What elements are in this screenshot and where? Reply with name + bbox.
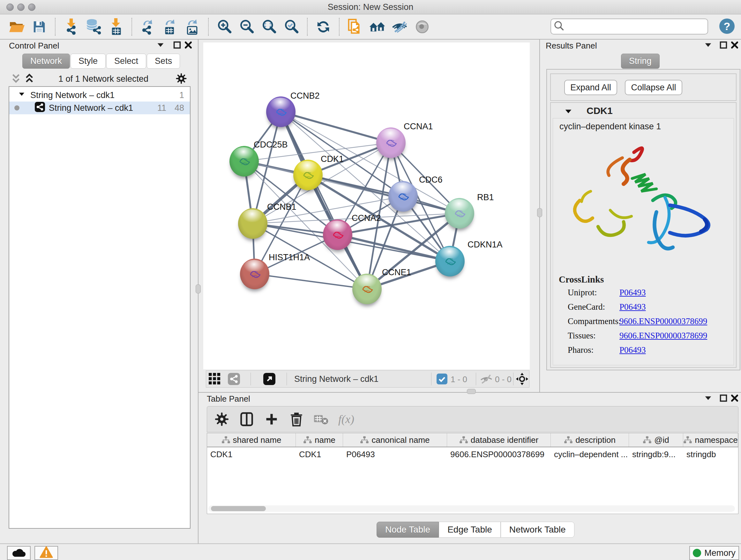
node-CCNA2[interactable] [323, 219, 352, 250]
cell[interactable]: cyclin–dependent ... [551, 449, 629, 459]
edge-CCNB2-CCNA1[interactable] [281, 112, 391, 143]
hide-selected-icon[interactable] [391, 17, 409, 37]
import-network-from-database-icon[interactable] [84, 17, 103, 37]
edge-HIST1H1A-CCNE1[interactable] [255, 274, 367, 289]
warnings-button[interactable] [35, 546, 58, 560]
tab-select[interactable]: Select [106, 54, 146, 69]
clone-network-icon[interactable] [346, 17, 364, 37]
crosslink-link[interactable]: 9606.ENSP00000378699 [619, 316, 707, 326]
network-row-selected[interactable]: String Network – cdk1 11 48 [9, 102, 190, 114]
node-CDKN1A[interactable] [435, 246, 465, 276]
delete-column-trash-icon[interactable] [286, 409, 307, 429]
tab-network[interactable]: Network [22, 54, 70, 69]
table-panel-float-icon[interactable] [719, 393, 728, 403]
crosslink-link[interactable]: P06493 [619, 302, 646, 312]
cell[interactable]: CDK1 [296, 449, 343, 459]
table-hscrollbar[interactable] [208, 505, 735, 512]
zoom-out-icon[interactable] [238, 17, 256, 37]
column-header--id[interactable]: @id [629, 433, 683, 447]
function-builder-icon[interactable]: f(x) [336, 409, 356, 429]
tab-style[interactable]: Style [71, 54, 106, 69]
birds-eye-grid-icon[interactable] [209, 373, 221, 386]
network-canvas[interactable]: CCNB2CCNA1CDC25BCDK1CDC6RB1CCNB1CCNA2CDK… [203, 43, 530, 369]
table-settings-gear-icon[interactable] [212, 409, 232, 429]
node-CCNE1[interactable] [352, 273, 382, 304]
help-button[interactable]: ? [719, 18, 735, 34]
cell[interactable]: P06493 [343, 449, 447, 459]
export-image-icon[interactable] [183, 17, 202, 37]
control-panel-close-icon[interactable] [184, 40, 193, 50]
save-session-icon[interactable] [30, 17, 49, 37]
collapse-all-networks-icon[interactable] [11, 73, 21, 85]
tab-edge-table[interactable]: Edge Table [439, 522, 501, 538]
import-network-from-file-icon[interactable] [62, 17, 80, 37]
search-input-wrap[interactable] [550, 18, 708, 35]
expand-all-button[interactable]: Expand All [564, 80, 617, 95]
column-header-database-identifier[interactable]: database identifier [447, 433, 551, 447]
network-overview-icon[interactable] [228, 373, 240, 386]
left-splitter-handle[interactable] [196, 285, 201, 294]
results-tab-string[interactable]: String [621, 54, 660, 69]
expand-all-networks-icon[interactable] [24, 73, 35, 85]
gene-section-collapse-icon[interactable] [563, 107, 573, 118]
network-options-gear-icon[interactable] [176, 73, 187, 85]
crosslink-link[interactable]: 9606.ENSP00000378699 [619, 331, 707, 341]
zoom-selected-icon[interactable] [282, 17, 300, 37]
add-column-icon[interactable] [261, 409, 282, 429]
selected-checkbox-icon[interactable] [436, 374, 448, 386]
delete-table-icon[interactable] [311, 409, 332, 429]
right-splitter-handle[interactable] [537, 208, 542, 217]
show-all-icon[interactable] [413, 17, 431, 37]
results-panel-close-icon[interactable] [730, 40, 739, 50]
export-table-icon[interactable] [161, 17, 179, 37]
node-CDC6[interactable] [388, 181, 418, 212]
node-CCNA1[interactable] [376, 127, 406, 158]
open-session-icon[interactable] [8, 17, 26, 37]
crosslink-link[interactable]: P06493 [619, 288, 646, 298]
import-table-from-file-icon[interactable] [107, 17, 125, 37]
zoom-fit-content-icon[interactable] [260, 17, 278, 37]
control-panel-menu-icon[interactable] [156, 40, 165, 50]
table-hscrollbar-thumb[interactable] [211, 506, 266, 511]
crosslink-link[interactable]: P06493 [619, 345, 646, 355]
results-panel-float-icon[interactable] [719, 40, 728, 50]
cloud-button[interactable] [7, 546, 30, 560]
cell[interactable]: CDK1 [207, 449, 296, 459]
column-header-canonical-name[interactable]: canonical name [343, 433, 447, 447]
first-neighbors-icon[interactable] [368, 17, 387, 37]
column-header-name[interactable]: name [296, 433, 343, 447]
collection-expander-icon[interactable] [17, 90, 26, 101]
tab-sets[interactable]: Sets [147, 54, 180, 69]
hidden-eye-slash-icon[interactable] [480, 374, 493, 386]
memory-button[interactable]: Memory [689, 546, 739, 560]
cell[interactable]: stringdb:9... [629, 449, 683, 459]
control-panel-float-icon[interactable] [172, 40, 182, 50]
tab-network-table[interactable]: Network Table [501, 522, 575, 538]
refresh-view-icon[interactable] [314, 17, 333, 37]
cell[interactable]: 9606.ENSP00000378699 [447, 449, 551, 459]
collapse-all-button[interactable]: Collapse All [625, 80, 682, 95]
export-network-icon[interactable] [138, 17, 157, 37]
column-header-namespace[interactable]: namespace [683, 433, 738, 447]
bottom-splitter-handle[interactable] [467, 389, 476, 394]
tab-node-table[interactable]: Node Table [377, 522, 439, 538]
node-CCNB2[interactable] [266, 97, 295, 127]
detach-view-icon[interactable] [263, 373, 275, 386]
column-header-description[interactable]: description [551, 433, 629, 447]
fit-selected-move-icon[interactable] [515, 372, 529, 387]
column-header-shared-name[interactable]: shared name [207, 433, 296, 447]
table-row[interactable]: CDK1CDK1P064939606.ENSP00000378699cyclin… [207, 447, 738, 461]
node-HIST1H1A[interactable] [240, 259, 269, 289]
node-CDC25B[interactable] [229, 146, 259, 177]
cell[interactable]: stringdb [683, 449, 738, 459]
search-input[interactable] [567, 21, 708, 32]
table-panel-close-icon[interactable] [730, 393, 739, 403]
network-collection-row[interactable]: String Network – cdk1 1 [9, 89, 190, 102]
node-RB1[interactable] [445, 198, 474, 229]
zoom-in-icon[interactable] [215, 17, 233, 37]
results-panel-menu-icon[interactable] [703, 40, 713, 50]
node-CDK1[interactable] [293, 160, 323, 190]
node-CCNB1[interactable] [238, 208, 267, 239]
show-column-icon[interactable] [237, 409, 257, 429]
table-panel-menu-icon[interactable] [703, 393, 713, 403]
